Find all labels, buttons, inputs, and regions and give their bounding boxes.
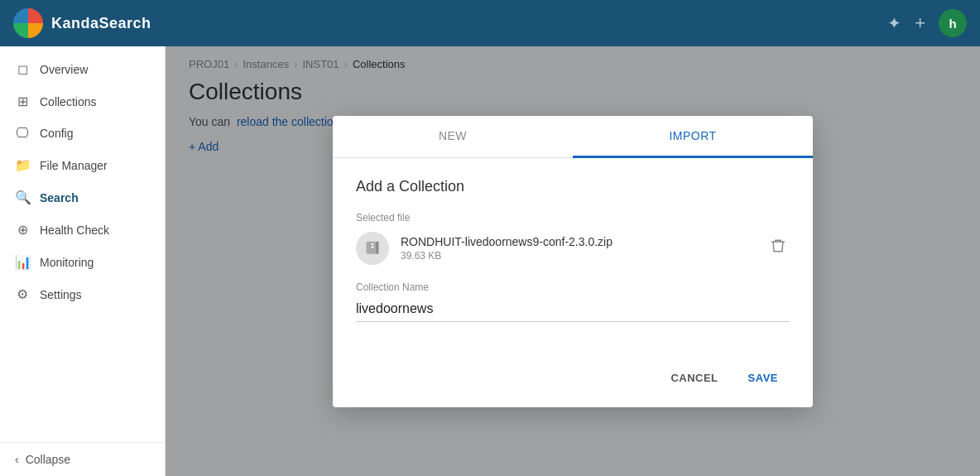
avatar[interactable]: h: [939, 9, 967, 37]
sidebar-item-settings[interactable]: ⚙ Settings: [0, 278, 165, 310]
sidebar-nav: ◻ Overview ⊞ Collections 🖵 Config 📁 File…: [0, 46, 165, 442]
svg-rect-0: [367, 241, 377, 253]
topbar-right: ✦ + h: [887, 9, 967, 37]
search-icon: 🔍: [15, 190, 30, 205]
main-layout: ◻ Overview ⊞ Collections 🖵 Config 📁 File…: [0, 46, 980, 476]
topbar-left: KandaSearch: [13, 8, 151, 38]
delete-file-button[interactable]: [766, 234, 790, 262]
sidebar-label-monitoring: Monitoring: [40, 256, 94, 269]
file-name: RONDHUIT-livedoornews9-conf-2.3.0.zip: [401, 235, 755, 248]
dialog-actions: CANCEL SAVE: [333, 352, 813, 407]
file-size: 39.63 KB: [401, 250, 755, 262]
sidebar-collapse-button[interactable]: ‹ Collapse: [0, 442, 165, 476]
config-icon: 🖵: [15, 126, 30, 141]
sidebar-label-config: Config: [40, 127, 73, 140]
file-row: RONDHUIT-livedoornews9-conf-2.3.0.zip 39…: [356, 232, 790, 265]
svg-rect-1: [376, 241, 378, 253]
puzzle-icon[interactable]: ✦: [887, 13, 901, 33]
overview-icon: ◻: [15, 61, 30, 77]
modal-overlay: NEW IMPORT Add a Collection Selected fil…: [166, 46, 980, 476]
collection-name-label: Collection Name: [356, 281, 790, 293]
topbar: KandaSearch ✦ + h: [0, 0, 980, 46]
sidebar-label-collections: Collections: [40, 95, 96, 108]
dialog-body: Add a Collection Selected file: [333, 158, 813, 339]
file-icon-wrap: [356, 232, 389, 265]
settings-icon: ⚙: [15, 286, 30, 302]
collections-icon: ⊞: [15, 94, 30, 109]
sidebar-item-health-check[interactable]: ⊕ Health Check: [0, 214, 165, 246]
sidebar: ◻ Overview ⊞ Collections 🖵 Config 📁 File…: [0, 46, 166, 476]
sidebar-item-search[interactable]: 🔍 Search: [0, 181, 165, 214]
selected-file-label: Selected file: [356, 212, 790, 224]
content-area: PROJ01 › Instances › INST01 › Collection…: [166, 46, 980, 476]
svg-rect-3: [371, 246, 373, 248]
sidebar-label-file-manager: File Manager: [40, 159, 108, 172]
sidebar-item-file-manager[interactable]: 📁 File Manager: [0, 149, 165, 181]
plus-icon[interactable]: +: [915, 12, 925, 34]
cancel-button[interactable]: CANCEL: [659, 365, 729, 391]
tab-new[interactable]: NEW: [333, 116, 573, 158]
dialog: NEW IMPORT Add a Collection Selected fil…: [333, 116, 813, 407]
collapse-arrow-icon: ‹: [15, 453, 19, 466]
file-manager-icon: 📁: [15, 157, 30, 173]
collapse-label: Collapse: [26, 453, 70, 466]
sidebar-label-overview: Overview: [40, 63, 88, 76]
logo-icon: [13, 8, 43, 38]
logo-text: KandaSearch: [51, 15, 151, 32]
file-zip-icon: [364, 240, 381, 257]
sidebar-label-health-check: Health Check: [40, 224, 109, 237]
collection-name-input[interactable]: [356, 298, 790, 322]
sidebar-item-collections[interactable]: ⊞ Collections: [0, 85, 165, 118]
health-check-icon: ⊕: [15, 222, 30, 238]
sidebar-item-config[interactable]: 🖵 Config: [0, 118, 165, 149]
save-button[interactable]: SAVE: [737, 365, 790, 391]
tab-import[interactable]: IMPORT: [573, 116, 813, 158]
dialog-tabs: NEW IMPORT: [333, 116, 813, 158]
sidebar-item-monitoring[interactable]: 📊 Monitoring: [0, 246, 165, 278]
dialog-title: Add a Collection: [356, 178, 790, 195]
sidebar-label-settings: Settings: [40, 288, 82, 301]
sidebar-label-search: Search: [40, 191, 79, 204]
file-info: RONDHUIT-livedoornews9-conf-2.3.0.zip 39…: [401, 235, 755, 262]
svg-rect-2: [371, 243, 373, 245]
sidebar-item-overview[interactable]: ◻ Overview: [0, 53, 165, 85]
monitoring-icon: 📊: [15, 254, 30, 270]
